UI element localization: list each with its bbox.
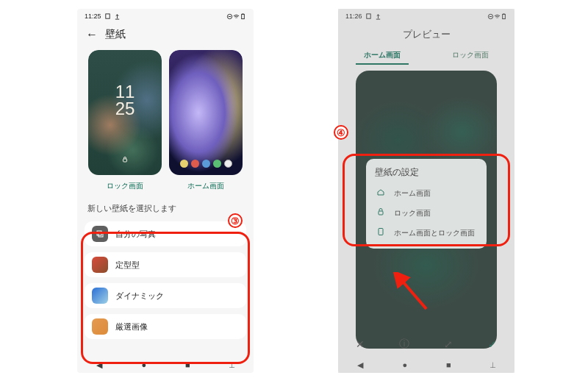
upload-icon (375, 13, 381, 20)
list-item-label: ダイナミック (115, 291, 164, 302)
home-icon (375, 188, 387, 199)
apply-option-lock[interactable]: ロック画面 (375, 203, 478, 223)
list-item-curated[interactable]: 厳選画像 (85, 314, 246, 339)
list-item-dynamic[interactable]: ダイナミック (85, 283, 246, 308)
tab-home[interactable]: ホーム画面 (338, 46, 426, 65)
svg-rect-2 (242, 14, 245, 18)
device-icon (375, 227, 387, 238)
wallpaper-source-list: 自分の写真 定型型 ダイナミック 厳選画像 (77, 217, 254, 343)
status-bar: 11:25 (77, 9, 254, 24)
apply-sheet-title: 壁紙の設定 (375, 166, 478, 179)
nav-home-icon[interactable]: ● (141, 360, 146, 369)
homescreen-image (169, 50, 243, 175)
svg-rect-11 (379, 211, 383, 215)
nav-accessibility-icon[interactable]: ⟂ (490, 360, 495, 370)
list-item-teikei[interactable]: 定型型 (85, 252, 246, 277)
close-icon[interactable]: ✕ (338, 338, 382, 350)
dnd-icon (487, 13, 494, 20)
header: ← 壁紙 (77, 24, 254, 46)
nav-back-icon[interactable]: ◀ (96, 360, 102, 370)
preview-tabs: ホーム画面 ロック画面 (338, 46, 514, 65)
upload-icon (114, 13, 121, 20)
list-item-label: 自分の写真 (115, 229, 156, 240)
notification-icon (365, 13, 372, 20)
curated-icon (92, 318, 108, 335)
back-icon[interactable]: ← (86, 28, 98, 41)
svg-rect-3 (243, 13, 244, 14)
nav-recent-icon[interactable]: ■ (446, 360, 451, 369)
nav-recent-icon[interactable]: ■ (185, 360, 190, 369)
phone-wallpaper-screen: 11:25 ← 壁紙 11 25 (77, 9, 254, 373)
notification-icon (104, 13, 111, 20)
preview-title: プレビュー (338, 24, 514, 46)
status-bar: 11:26 (338, 9, 514, 24)
nav-home-icon[interactable]: ● (402, 360, 407, 369)
svg-rect-10 (503, 13, 505, 14)
wifi-icon (233, 13, 240, 20)
wallpaper-thumbnails: 11 25 ロック画面 ホーム画面 (77, 46, 254, 196)
list-item-my-photos[interactable]: 自分の写真 (85, 221, 246, 246)
page-title: 壁紙 (105, 28, 126, 41)
photos-icon (92, 226, 108, 242)
confirm-icon[interactable]: ✓ (470, 338, 514, 350)
annotation-badge-3: ③ (228, 213, 243, 228)
preview-bottom-bar: ✕ ⓘ ⤢ ✓ (338, 332, 514, 357)
battery-icon (501, 13, 507, 20)
svg-rect-0 (105, 13, 109, 18)
apply-option-both[interactable]: ホーム画面とロック画面 (375, 223, 478, 243)
section-title: 新しい壁紙を選択します (77, 196, 254, 217)
list-item-label: 厳選画像 (115, 321, 148, 332)
expand-icon[interactable]: ⤢ (426, 338, 470, 350)
lock-icon (375, 207, 387, 218)
nav-accessibility-icon[interactable]: ⟂ (229, 360, 234, 370)
apply-option-label: ホーム画面とロック画面 (394, 228, 475, 238)
svg-rect-4 (123, 159, 127, 162)
list-item-label: 定型型 (115, 260, 140, 271)
annotation-badge-4: ④ (334, 125, 348, 140)
lockscreen-clock: 11 25 (88, 84, 162, 118)
wifi-icon (494, 13, 501, 20)
info-icon[interactable]: ⓘ (382, 338, 426, 351)
phone-preview-screen: 11:26 プレビュー ホーム画面 ロック画面 壁紙の設定 ホーム画面 (338, 9, 514, 373)
dnd-icon (226, 13, 233, 20)
svg-rect-12 (379, 229, 383, 235)
dynamic-icon (92, 288, 108, 304)
wallpaper-large-preview: 壁紙の設定 ホーム画面 ロック画面 ホーム画面とロック画面 (356, 71, 497, 349)
status-time: 11:25 (85, 13, 101, 20)
lockscreen-preview[interactable]: 11 25 ロック画面 (88, 50, 162, 193)
apply-sheet: 壁紙の設定 ホーム画面 ロック画面 ホーム画面とロック画面 (366, 159, 487, 249)
apply-option-home[interactable]: ホーム画面 (375, 183, 478, 203)
svg-rect-9 (503, 14, 506, 18)
homescreen-preview[interactable]: ホーム画面 (169, 50, 243, 193)
apply-option-label: ホーム画面 (394, 188, 431, 199)
status-time: 11:26 (345, 13, 362, 20)
lockscreen-caption: ロック画面 (88, 175, 162, 193)
system-navbar: ◀ ● ■ ⟂ (77, 357, 254, 373)
homescreen-dock (169, 160, 243, 168)
battery-icon (240, 13, 246, 20)
nav-back-icon[interactable]: ◀ (357, 360, 363, 370)
lockscreen-image: 11 25 (88, 50, 162, 175)
svg-rect-7 (366, 13, 370, 18)
system-navbar: ◀ ● ■ ⟂ (338, 357, 514, 373)
homescreen-caption: ホーム画面 (169, 175, 243, 193)
svg-rect-5 (97, 231, 101, 235)
tab-lock[interactable]: ロック画面 (426, 46, 514, 65)
lock-icon (88, 156, 162, 165)
teikei-icon (92, 257, 108, 273)
svg-rect-6 (98, 232, 103, 237)
apply-option-label: ロック画面 (394, 208, 431, 218)
